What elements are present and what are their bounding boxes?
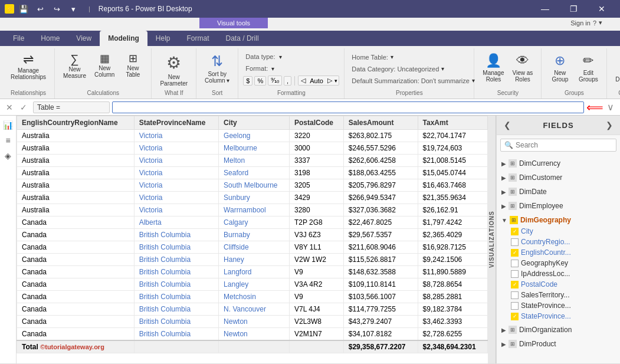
new-column-btn[interactable]: ▦ NewColumn <box>91 51 118 80</box>
formula-cancel-btn[interactable]: ✕ <box>2 100 17 114</box>
field-group-dimemployee-header[interactable]: ▶ ⊞ DimEmployee <box>497 200 620 212</box>
cell-city: Haney <box>219 254 290 266</box>
field-item-englishcountr[interactable]: ✓ EnglishCountr... <box>497 247 620 258</box>
tab-home[interactable]: Home <box>32 31 68 46</box>
fields-search-box[interactable]: 🔍 <box>500 139 616 152</box>
data-type-btn[interactable]: Data type: ▾ <box>243 52 339 61</box>
col-header-tax[interactable]: TaxAmt <box>418 116 487 130</box>
search-input[interactable] <box>516 141 612 149</box>
field-item-ipaddress[interactable]: IpAddressLoc... <box>497 268 620 279</box>
field-item-countryreg[interactable]: CountryRegio... <box>497 237 620 247</box>
manage-roles-btn[interactable]: 👤 ManageRoles <box>479 51 507 85</box>
formula-confirm-btn[interactable]: ✓ <box>17 100 31 114</box>
field-item-salesterritory[interactable]: SalesTerritory... <box>497 290 620 300</box>
cell-sales: $114,779.7255 <box>343 303 418 316</box>
checkbox-salesterritory[interactable] <box>511 291 519 299</box>
close-btn[interactable]: ✕ <box>588 0 615 18</box>
decrease-decimal-btn[interactable]: ◁ <box>298 76 308 85</box>
sort-by-column-btn[interactable]: ⇅ Sort byColumn ▾ <box>201 51 233 86</box>
edit-groups-btn[interactable]: ✏ EditGroups <box>575 51 602 85</box>
cell-state: Victoria <box>134 192 218 204</box>
field-group-dimcustomer-header[interactable]: ▶ ⊞ DimCustomer <box>497 172 620 183</box>
tab-modeling[interactable]: Modeling <box>100 31 147 46</box>
field-item-postalcode[interactable]: ✓ PostalCode <box>497 279 620 290</box>
fields-panel-header: ❮ FIELDS ❯ <box>497 116 620 135</box>
manage-relationships-btn[interactable]: ⇌ Manage Relationships <box>7 51 50 83</box>
view-as-roles-btn[interactable]: 👁 View asRoles <box>509 51 537 85</box>
arrow-dimcurrency: ▶ <box>501 160 506 167</box>
formula-name-box[interactable] <box>33 101 110 113</box>
checkbox-postalcode[interactable]: ✓ <box>511 281 519 288</box>
checkbox-city[interactable]: ✓ <box>511 228 519 235</box>
checkbox-ipaddress[interactable] <box>511 270 519 278</box>
data-table-container[interactable]: EnglishCountryRegionName StateProvinceNa… <box>17 116 488 363</box>
field-item-stateprovince2[interactable]: ✓ StateProvince... <box>497 311 620 322</box>
data-view-icon[interactable]: ≡ <box>1 133 15 147</box>
tab-file[interactable]: File <box>5 31 32 46</box>
increase-decimal-btn[interactable]: ▷ <box>325 76 334 85</box>
new-group-btn[interactable]: ⊕ NewGroup <box>546 51 573 85</box>
maximize-btn[interactable]: ❐ <box>560 0 587 18</box>
checkbox-geographykey[interactable] <box>511 260 519 267</box>
new-parameter-btn[interactable]: ⚙ NewParameter <box>156 51 191 89</box>
help-btn[interactable]: ? <box>593 19 596 27</box>
percent-btn[interactable]: % <box>254 76 266 86</box>
cell-sales: $34,107.8182 <box>343 328 418 341</box>
cell-country: Canada <box>17 316 135 328</box>
visual-tools-tab[interactable]: Visual tools <box>199 18 268 28</box>
tab-help[interactable]: Help <box>147 31 179 46</box>
tab-data-drill[interactable]: Data / Drill <box>218 31 267 46</box>
field-group-dimorganization-header[interactable]: ▶ ⊞ DimOrganization <box>497 324 620 336</box>
arrow-dimorganization: ▶ <box>501 327 506 333</box>
field-group-dimproduct-header[interactable]: ▶ ⊞ DimProduct <box>497 338 620 350</box>
redo-btn[interactable]: ↪ <box>50 2 64 16</box>
checkbox-countryreg[interactable] <box>511 238 519 246</box>
checkbox-stateprovince1[interactable] <box>511 302 519 310</box>
col-header-country[interactable]: EnglishCountryRegionName <box>17 116 135 130</box>
comma-btn[interactable]: , <box>284 76 291 86</box>
home-table-btn[interactable]: Home Table: ▾ <box>349 53 469 62</box>
formula-expand-btn[interactable]: ∨ <box>603 100 618 114</box>
checkbox-englishcountr[interactable]: ✓ <box>511 249 519 257</box>
col-header-postal[interactable]: PostalCode <box>289 116 343 130</box>
cell-state: British Columbia <box>134 229 218 241</box>
checkbox-stateprovince2[interactable]: ✓ <box>511 313 519 320</box>
col-header-city[interactable]: City <box>219 116 290 130</box>
field-group-dimgeography-header[interactable]: ▼ ⊞ DimGeography <box>497 214 620 226</box>
tab-view[interactable]: View <box>68 31 100 46</box>
view-as-roles-icon: 👁 <box>516 53 529 68</box>
default-summarization-btn[interactable]: Default Summarization: Don't summarize ▾ <box>349 76 469 86</box>
formula-input[interactable] <box>112 101 584 113</box>
sign-in-label[interactable]: Sign in <box>570 19 591 27</box>
field-item-geographykey[interactable]: GeographyKey <box>497 258 620 268</box>
field-item-stateprovince1[interactable]: StateProvince... <box>497 300 620 311</box>
panel-nav-left[interactable]: ❮ <box>501 119 513 131</box>
tab-format[interactable]: Format <box>179 31 218 46</box>
thousands-btn[interactable]: ⁹⁄₁₀ <box>268 76 282 86</box>
save-btn[interactable]: 💾 <box>17 2 31 16</box>
report-view-icon[interactable]: 📊 <box>1 118 15 132</box>
cell-tax: $9,182.3784 <box>418 303 487 316</box>
currency-btn[interactable]: $ <box>243 76 252 86</box>
data-category-btn[interactable]: Data Category: Uncategorized ▾ <box>349 64 469 74</box>
cell-sales: $109,110.8141 <box>343 278 418 291</box>
panel-nav-right[interactable]: ❯ <box>603 119 615 131</box>
col-header-sales[interactable]: SalesAmount <box>343 116 418 130</box>
cell-sales: $22,467.8025 <box>343 217 418 229</box>
customize-btn[interactable]: ▾ <box>66 2 80 16</box>
cell-sales: $29,567.5357 <box>343 229 418 241</box>
new-table-btn[interactable]: ⊞ NewTable <box>119 51 146 80</box>
mark-date-table-btn[interactable]: 📅 Mark asDate Table ▾ <box>612 51 620 85</box>
field-group-dimcurrency-header[interactable]: ▶ ⊞ DimCurrency <box>497 158 620 169</box>
label-dimcurrency: DimCurrency <box>519 159 560 168</box>
minimize-btn[interactable]: — <box>532 0 559 18</box>
col-header-state[interactable]: StateProvinceName <box>134 116 218 130</box>
field-group-dimdate-header[interactable]: ▶ ⊞ DimDate <box>497 186 620 198</box>
model-view-icon[interactable]: ◈ <box>1 149 15 163</box>
field-group-dimdate: ▶ ⊞ DimDate <box>497 185 620 199</box>
format-btn[interactable]: Format: ▾ <box>243 64 339 73</box>
ribbon-collapse-btn[interactable]: ▾ <box>599 19 602 27</box>
field-item-city[interactable]: ✓ City <box>497 226 620 237</box>
new-measure-btn[interactable]: ∑ NewMeasure <box>60 51 90 81</box>
undo-btn[interactable]: ↩ <box>33 2 47 16</box>
